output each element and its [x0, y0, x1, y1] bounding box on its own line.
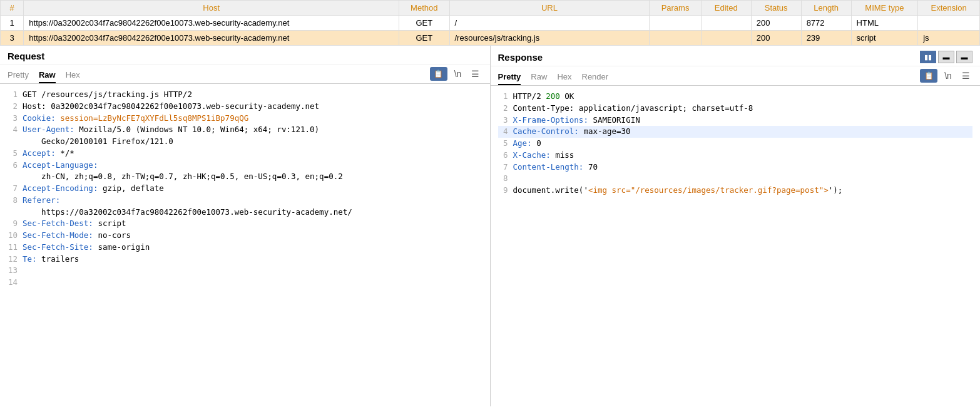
request-panel: Request Pretty Raw Hex 📋 \n ☰ 1GET /reso…	[0, 46, 491, 406]
response-line: 9document.write('<img src="/resources/im…	[498, 185, 973, 197]
line-text: Accept: */*	[23, 148, 482, 160]
response-line: 4Cache-Control: max-age=30	[498, 126, 973, 138]
response-panel: Response ▮▮ ▬ ▬ Pretty Raw Hex Render 📋 …	[491, 46, 981, 406]
request-line: 11Sec-Fetch-Site: same-origin	[8, 242, 482, 254]
line-text: Referer: https://0a32002c034f7ac98042262…	[23, 195, 482, 219]
tab-request-hex[interactable]: Hex	[66, 68, 80, 83]
tab-response-render[interactable]: Render	[582, 70, 609, 85]
line-number: 4	[8, 124, 23, 148]
request-line: 7Accept-Encoding: gzip, deflate	[8, 183, 482, 195]
table-cell-length: 8772	[801, 16, 851, 31]
line-text: X-Frame-Options: SAMEORIGIN	[513, 115, 973, 126]
tab-response-pretty[interactable]: Pretty	[498, 70, 521, 85]
table-cell-mime-type: HTML	[851, 16, 918, 31]
table-cell-#: 1	[1, 16, 24, 31]
line-text	[23, 277, 482, 289]
line-text: GET /resources/js/tracking.js HTTP/2	[23, 89, 482, 101]
line-text	[23, 265, 482, 277]
table-cell-extension	[918, 16, 980, 31]
request-line: 13	[8, 265, 482, 277]
view-btn-top[interactable]: ▬	[938, 51, 954, 63]
response-menu-btn[interactable]: ☰	[959, 69, 972, 83]
line-text: Sec-Fetch-Dest: script	[23, 218, 482, 230]
request-line: 2Host: 0a32002c034f7ac98042262f00e10073.…	[8, 101, 482, 113]
line-number: 7	[8, 183, 23, 195]
line-text: Te: trailers	[23, 254, 482, 265]
table-row[interactable]: 1https://0a32002c034f7ac98042262f00e1007…	[1, 16, 980, 31]
view-btn-bottom[interactable]: ▬	[956, 51, 972, 63]
response-line: 6X-Cache: miss	[498, 150, 973, 162]
table-cell-url: /	[449, 16, 650, 31]
table-cell-host: https://0a32002c034f7ac98042262f00e10073…	[24, 16, 399, 31]
request-line: 14	[8, 277, 482, 289]
response-line: 2Content-Type: application/javascript; c…	[498, 103, 973, 115]
col-header-length: Length	[801, 1, 851, 16]
line-number: 14	[8, 277, 23, 289]
table-cell-status: 200	[751, 31, 801, 46]
response-toolbar: 📋 \n ☰	[920, 69, 972, 85]
line-number: 8	[8, 195, 23, 219]
table-cell-length: 239	[801, 31, 851, 46]
col-header-mime: MIME type	[851, 1, 918, 16]
col-header-url: URL	[449, 1, 650, 16]
col-header-params: Params	[650, 1, 701, 16]
line-number: 5	[8, 148, 23, 160]
line-text: document.write('<img src="/resources/ima…	[513, 185, 973, 197]
tab-response-raw[interactable]: Raw	[531, 70, 547, 85]
request-menu-btn[interactable]: ☰	[469, 67, 482, 81]
line-number: 8	[498, 173, 513, 185]
line-number: 2	[498, 103, 513, 115]
request-line: 1GET /resources/js/tracking.js HTTP/2	[8, 89, 482, 101]
col-header-hash: #	[1, 1, 24, 16]
line-text: User-Agent: Mozilla/5.0 (Windows NT 10.0…	[23, 124, 482, 148]
http-table: # Host Method URL Params Edited Status L…	[0, 0, 980, 46]
line-text: Age: 0	[513, 138, 973, 150]
request-title: Request	[8, 51, 44, 61]
response-title: Response	[498, 52, 543, 63]
col-header-status: Status	[751, 1, 801, 16]
view-toggle-buttons: ▮▮ ▬ ▬	[920, 51, 972, 63]
tab-request-pretty[interactable]: Pretty	[8, 68, 29, 83]
line-number: 9	[498, 185, 513, 197]
request-toolbar: 📋 \n ☰	[430, 67, 482, 83]
col-header-edited: Edited	[701, 1, 751, 16]
table-cell-params	[650, 16, 701, 31]
tab-request-raw[interactable]: Raw	[39, 68, 56, 83]
line-number: 12	[8, 254, 23, 265]
line-text: Sec-Fetch-Mode: no-cors	[23, 230, 482, 242]
table-cell-method: GET	[399, 16, 449, 31]
request-line: 8Referer: https://0a32002c034f7ac9804226…	[8, 195, 482, 219]
line-number: 2	[8, 101, 23, 113]
line-number: 6	[498, 150, 513, 162]
tab-response-hex[interactable]: Hex	[557, 70, 571, 85]
col-header-ext: Extension	[918, 1, 980, 16]
response-panel-header: Response ▮▮ ▬ ▬	[491, 46, 981, 66]
table-cell-edited	[701, 16, 751, 31]
line-text: X-Cache: miss	[513, 150, 973, 162]
response-line: 8	[498, 173, 973, 185]
request-content: 1GET /resources/js/tracking.js HTTP/22Ho…	[0, 84, 490, 406]
line-number: 1	[498, 91, 513, 103]
request-copy-btn[interactable]: 📋	[430, 67, 447, 81]
table-cell-method: GET	[399, 31, 449, 46]
response-line: 3X-Frame-Options: SAMEORIGIN	[498, 115, 973, 126]
table-row[interactable]: 3https://0a32002c034f7ac98042262f00e1007…	[1, 31, 980, 46]
line-number: 3	[498, 115, 513, 126]
table-cell-#: 3	[1, 31, 24, 46]
line-text: Host: 0a32002c034f7ac98042262f00e10073.w…	[23, 101, 482, 113]
response-line: 7Content-Length: 70	[498, 162, 973, 173]
request-newline-btn[interactable]: \n	[451, 67, 465, 81]
view-btn-split[interactable]: ▮▮	[920, 51, 936, 63]
line-text: Cache-Control: max-age=30	[513, 126, 973, 138]
line-number: 4	[498, 126, 513, 138]
line-text: HTTP/2 200 OK	[513, 91, 973, 103]
response-newline-btn[interactable]: \n	[941, 69, 955, 83]
line-text: Accept-Language: zh-CN, zh;q=0.8, zh-TW;…	[23, 160, 482, 183]
response-copy-btn[interactable]: 📋	[920, 69, 937, 83]
line-number: 6	[8, 160, 23, 183]
request-line: 9Sec-Fetch-Dest: script	[8, 218, 482, 230]
line-number: 5	[498, 138, 513, 150]
request-line: 5Accept: */*	[8, 148, 482, 160]
line-number: 11	[8, 242, 23, 254]
request-line: 10Sec-Fetch-Mode: no-cors	[8, 230, 482, 242]
